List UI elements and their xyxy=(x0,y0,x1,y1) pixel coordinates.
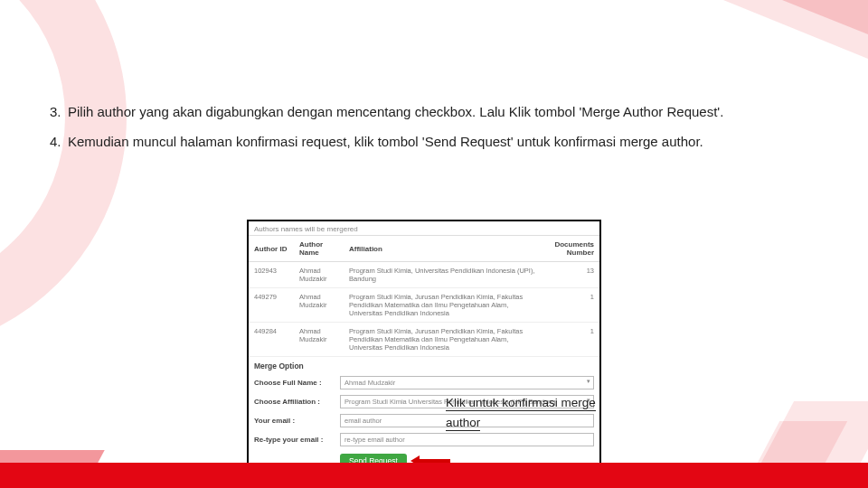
callout-line2: author xyxy=(446,416,480,431)
decor-top-right-tri-2 xyxy=(782,0,868,34)
fullname-label: Choose Full Name : xyxy=(254,379,340,387)
instruction-text: Pilih author yang akan digabungkan denga… xyxy=(68,99,823,126)
table-row: 449279 Ahmad Mudzakir Program Studi Kimi… xyxy=(249,288,599,323)
reemail-label: Re-type your email : xyxy=(254,436,340,444)
instruction-number: 3. xyxy=(50,99,68,126)
th-author-id: Author ID xyxy=(249,236,294,262)
th-author-name: Author Name xyxy=(294,236,344,262)
cell-id: 449279 xyxy=(249,288,294,323)
panel-caption: Authors names will be mergered xyxy=(249,221,599,236)
cell-aff: Program Studi Kimia, Jurusan Pendidikan … xyxy=(344,288,549,323)
th-affiliation: Affiliation xyxy=(344,236,549,262)
affiliation-label: Choose Affiliation : xyxy=(254,398,340,406)
table-row: 102943 Ahmad Mudzakir Program Studi Kimi… xyxy=(249,262,599,288)
fullname-select[interactable]: Ahmad Mudzakir xyxy=(340,376,594,389)
fullname-row: Choose Full Name : Ahmad Mudzakir xyxy=(249,373,599,392)
instruction-list: 3. Pilih author yang akan digabungkan de… xyxy=(50,99,823,158)
instruction-number: 4. xyxy=(50,129,68,155)
reemail-input[interactable]: re-type email author xyxy=(340,433,594,446)
instruction-3: 3. Pilih author yang akan digabungkan de… xyxy=(50,99,823,126)
cell-doc: 13 xyxy=(549,262,599,288)
cell-aff: Program Studi Kimia, Jurusan Pendidikan … xyxy=(344,323,549,357)
merge-option-heading: Merge Option xyxy=(249,357,599,373)
callout-line1: Klik untuk konfirmasi merge xyxy=(446,396,596,411)
decor-bottom-left xyxy=(0,450,105,463)
cell-doc: 1 xyxy=(549,288,599,323)
cell-doc: 1 xyxy=(549,323,599,357)
screenshot-panel: Authors names will be mergered Author ID… xyxy=(247,220,601,474)
cell-name: Ahmad Mudzakir xyxy=(294,323,344,357)
footer-bar xyxy=(0,463,868,488)
callout-text: Klik untuk konfirmasi merge author xyxy=(446,393,596,434)
cell-name: Ahmad Mudzakir xyxy=(294,262,344,288)
cell-aff: Program Studi Kimia, Universitas Pendidi… xyxy=(344,262,549,288)
email-label: Your email : xyxy=(254,417,340,425)
th-documents: Documents Number xyxy=(549,236,599,262)
instruction-4: 4. Kemudian muncul halaman konfirmasi re… xyxy=(50,129,823,155)
cell-id: 449284 xyxy=(249,323,294,357)
instruction-text: Kemudian muncul halaman konfirmasi reque… xyxy=(68,129,823,155)
cell-id: 102943 xyxy=(249,262,294,288)
cell-name: Ahmad Mudzakir xyxy=(294,288,344,323)
authors-table: Author ID Author Name Affiliation Docume… xyxy=(249,236,599,357)
table-row: 449284 Ahmad Mudzakir Program Studi Kimi… xyxy=(249,323,599,357)
decor-top-left-ring xyxy=(0,0,127,352)
